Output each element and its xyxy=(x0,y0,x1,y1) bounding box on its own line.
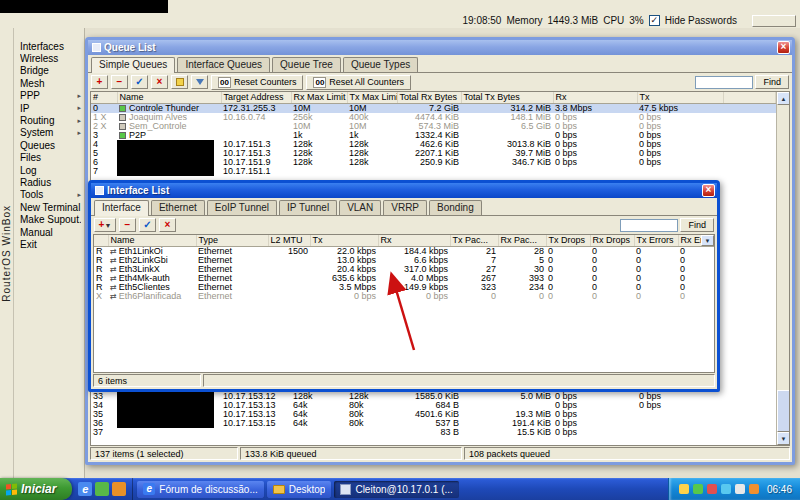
sidebar-item-wireless[interactable]: Wireless xyxy=(14,52,84,64)
tab-bonding[interactable]: Bonding xyxy=(429,200,482,215)
taskbar-task-desktop[interactable]: Desktop xyxy=(267,481,332,498)
quick-launch-icon[interactable] xyxy=(95,482,109,496)
hide-passwords-checkbox[interactable]: ✓ xyxy=(649,15,660,26)
tab-ip-tunnel[interactable]: IP Tunnel xyxy=(279,200,337,215)
interface-row[interactable]: R⇄Eth2LinkGbiEthernet13.0 kbps6.6 kbps75… xyxy=(94,256,715,265)
find-input[interactable] xyxy=(620,219,678,232)
sidebar-item-tools[interactable]: Tools▸ xyxy=(14,189,84,201)
column-header-total-rx-bytes[interactable]: Total Rx Bytes xyxy=(397,92,461,103)
tab-vrrp[interactable]: VRRP xyxy=(383,200,427,215)
reset-all-counters-button[interactable]: 00 Reset All Counters xyxy=(306,75,410,90)
sidebar-item-log[interactable]: Log xyxy=(14,164,84,176)
interface-row[interactable]: R⇄Eth4Mk-authEthernet635.6 kbps4.0 Mbps2… xyxy=(94,274,715,283)
disable-button[interactable]: × xyxy=(159,218,176,232)
queue-row[interactable]: 3310.17.153.12128k128k1585.0 KiB5.0 MiB0… xyxy=(91,392,776,401)
comment-button[interactable] xyxy=(171,75,188,89)
tab-ethernet[interactable]: Ethernet xyxy=(151,200,205,215)
tray-icon[interactable] xyxy=(749,484,759,494)
sidebar-item-ppp[interactable]: PPP▸ xyxy=(14,90,84,102)
scroll-down-icon[interactable]: ▼ xyxy=(777,432,790,445)
sidebar-item-ip[interactable]: IP▸ xyxy=(14,102,84,114)
column-header-total-tx-bytes[interactable]: Total Tx Bytes xyxy=(461,92,553,103)
sidebar-item-interfaces[interactable]: Interfaces xyxy=(14,40,84,52)
add-dropdown-button[interactable]: +▼ xyxy=(94,218,116,232)
queue-row[interactable]: 410.17.151.3128k128k462.6 KiB3013.8 KiB0… xyxy=(91,140,776,149)
queue-row[interactable]: 3610.17.153.1564k80k537 B191.4 KiB0 bps xyxy=(91,419,776,428)
sidebar-item-mesh[interactable]: Mesh xyxy=(14,77,84,89)
queue-row[interactable]: 3783 B15.5 KiB0 bps xyxy=(91,428,776,437)
column-header-target-address[interactable]: Target Address xyxy=(221,92,291,103)
queue-list-titlebar[interactable]: Queue List × xyxy=(88,40,792,55)
queue-row[interactable]: 0Controle Thunder172.31.255.310M10M7.2 G… xyxy=(91,103,776,113)
tray-icon[interactable] xyxy=(735,484,745,494)
column-header-rx[interactable]: Rx xyxy=(553,92,637,103)
column-header-tx-max-limit[interactable]: Tx Max Limit xyxy=(347,92,397,103)
vertical-scrollbar[interactable]: ▲ ▼ xyxy=(776,92,789,445)
column-header-name[interactable]: Name xyxy=(108,235,196,246)
column-header-l2-mtu[interactable]: L2 MTU xyxy=(268,235,310,246)
filter-button[interactable] xyxy=(191,75,208,89)
ie-icon[interactable]: e xyxy=(78,482,92,496)
disable-button[interactable]: × xyxy=(151,75,168,89)
tab-simple-queues[interactable]: Simple Queues xyxy=(91,57,175,73)
queue-row[interactable]: 3410.17.153.1364k80k684 B0 bps0 bps xyxy=(91,401,776,410)
queue-row[interactable]: 3510.17.153.1364k80k4501.6 KiB19.3 MiB0 … xyxy=(91,410,776,419)
quick-launch-icon[interactable] xyxy=(112,482,126,496)
tab-interface[interactable]: Interface xyxy=(94,200,149,216)
sidebar-item-queues[interactable]: Queues xyxy=(14,139,84,151)
tab-interface-queues[interactable]: Interface Queues xyxy=(177,57,270,72)
column-header-rx-drops[interactable]: Rx Drops xyxy=(590,235,634,246)
tab-queue-tree[interactable]: Queue Tree xyxy=(272,57,341,72)
scrollbar-thumb[interactable] xyxy=(777,390,790,432)
queue-row[interactable]: 1 XJoaquim Alves10.16.0.74256k400k4474.4… xyxy=(91,113,776,122)
sidebar-item-new-terminal[interactable]: New Terminal xyxy=(14,201,84,213)
queue-row[interactable]: 3P2P1k1k1332.4 KiB0 bps0 bps xyxy=(91,131,776,140)
queue-row[interactable]: 510.17.151.3128k128k2207.1 KiB39.7 MiB0 … xyxy=(91,149,776,158)
remove-button[interactable]: − xyxy=(119,218,136,232)
tray-icon[interactable] xyxy=(679,484,689,494)
interface-row[interactable]: R⇄Eth1LinkOiEthernet150022.0 kbps184.4 k… xyxy=(94,246,715,256)
sidebar-item-manual[interactable]: Manual xyxy=(14,226,84,238)
tray-icon[interactable] xyxy=(693,484,703,494)
sidebar-item-files[interactable]: Files xyxy=(14,152,84,164)
find-button[interactable]: Find xyxy=(755,75,789,89)
column-select-icon[interactable]: ▼ xyxy=(701,235,714,246)
column-header-rx-max-limit[interactable]: Rx Max Limit xyxy=(291,92,347,103)
interface-list-titlebar[interactable]: Interface List × xyxy=(91,183,717,198)
enable-button[interactable]: ✓ xyxy=(139,218,156,232)
scroll-up-icon[interactable]: ▲ xyxy=(777,92,790,105)
column-header-rx-pac[interactable]: Rx Pac... xyxy=(498,235,546,246)
enable-button[interactable]: ✓ xyxy=(131,75,148,89)
column-header-tx-pac[interactable]: Tx Pac... xyxy=(450,235,498,246)
tray-icon[interactable] xyxy=(707,484,717,494)
queue-row[interactable]: 610.17.151.9128k128k250.9 KiB346.7 KiB0 … xyxy=(91,158,776,167)
tab-vlan[interactable]: VLAN xyxy=(339,200,381,215)
column-header-flag[interactable] xyxy=(94,235,108,246)
find-input[interactable] xyxy=(695,76,753,89)
start-button[interactable]: Iniciar xyxy=(0,478,72,500)
interface-row[interactable]: R⇄Eth3LinkXEthernet20.4 kbps317.0 kbps27… xyxy=(94,265,715,274)
sidebar-item-make-supout-rif[interactable]: Make Supout.rif xyxy=(14,213,84,225)
queue-row[interactable]: 710.17.151.1 xyxy=(91,167,776,176)
column-header-tx[interactable]: Tx xyxy=(637,92,723,103)
interface-row[interactable]: R⇄Eth5ClientesEthernet3.5 Mbps149.9 kbps… xyxy=(94,283,715,292)
column-header-type[interactable]: Type xyxy=(196,235,268,246)
close-icon[interactable]: × xyxy=(702,184,715,197)
topbar-button[interactable] xyxy=(752,15,796,27)
close-icon[interactable]: × xyxy=(777,41,790,54)
tab-eoip-tunnel[interactable]: EoIP Tunnel xyxy=(207,200,277,215)
queue-row[interactable]: 2 XSem_Controle10M10M574.3 MiB6.5 GiB0 b… xyxy=(91,122,776,131)
sidebar-item-routing[interactable]: Routing▸ xyxy=(14,114,84,126)
interface-row[interactable]: X⇄Eth6PlanificadaEthernet0 bps0 bps00000… xyxy=(94,292,715,301)
sidebar-item-radius[interactable]: Radius xyxy=(14,176,84,188)
sidebar-item-system[interactable]: System▸ xyxy=(14,127,84,139)
column-header-rx[interactable]: Rx xyxy=(378,235,450,246)
tray-icon[interactable] xyxy=(721,484,731,494)
column-header-tx-drops[interactable]: Tx Drops xyxy=(546,235,590,246)
sidebar-item-bridge[interactable]: Bridge xyxy=(14,65,84,77)
column-header-name[interactable]: Name xyxy=(117,92,221,103)
tab-queue-types[interactable]: Queue Types xyxy=(343,57,418,72)
column-header-tx[interactable]: Tx xyxy=(310,235,378,246)
add-button[interactable]: + xyxy=(91,75,108,89)
reset-counters-button[interactable]: 00 Reset Counters xyxy=(211,75,303,90)
